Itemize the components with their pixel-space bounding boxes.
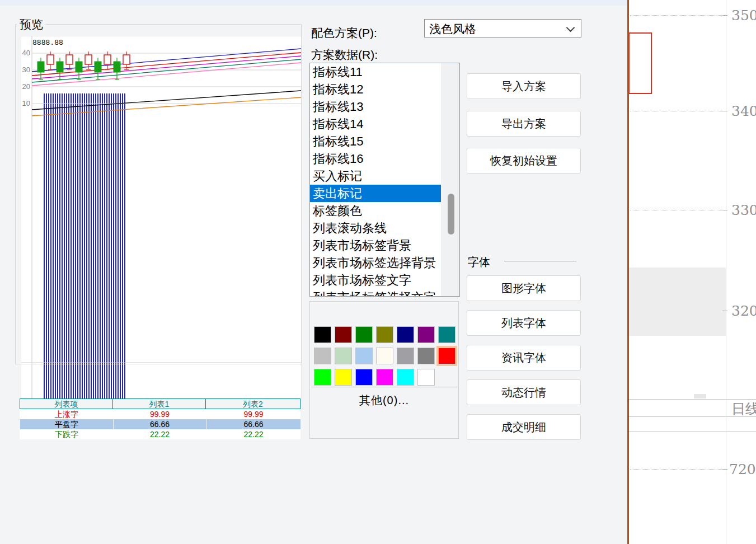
bg-highlight-band	[629, 268, 726, 336]
bg-gridline-7200	[630, 469, 723, 470]
color-swatch[interactable]	[335, 348, 352, 364]
preview-group-label: 预览	[17, 17, 46, 32]
scheme-list-item[interactable]: 列表市场标签文字	[310, 271, 444, 289]
scheme-list-item[interactable]: 标签颜色	[310, 202, 444, 219]
color-swatch[interactable]	[314, 326, 331, 343]
table-cell: 上涨字	[20, 409, 113, 419]
font-section-label: 字体	[468, 255, 490, 270]
bg-tick	[722, 311, 727, 311]
bg-tick	[722, 15, 727, 16]
scheme-list-items: 指标线11指标线12指标线13指标线14指标线15指标线16买入标记卖出标记标签…	[310, 63, 459, 297]
table-header-cell: 列表2	[206, 398, 300, 409]
color-swatch[interactable]	[355, 326, 373, 343]
color-swatch[interactable]	[376, 326, 393, 343]
color-swatch[interactable]	[355, 369, 373, 386]
scheme-list-item[interactable]: 指标线16	[310, 150, 444, 167]
color-swatch[interactable]	[397, 348, 414, 364]
table-cell: 66.66	[113, 419, 206, 429]
bg-axis-vline	[726, 0, 726, 544]
preview-indicator-lines	[32, 49, 301, 86]
table-cell: 66.66	[206, 419, 300, 429]
scheme-list-item[interactable]: 买入标记	[310, 167, 444, 185]
color-swatch[interactable]	[376, 348, 393, 364]
bg-chart-candle-outline	[628, 32, 652, 94]
color-swatch[interactable]	[335, 326, 352, 343]
color-swatch[interactable]	[417, 348, 435, 364]
bg-tick	[722, 210, 727, 210]
bg-hline	[629, 431, 756, 432]
scheme-label: 配色方案(P):	[311, 25, 377, 41]
scheme-dropdown[interactable]: 浅色风格	[424, 19, 581, 37]
preview-table: 列表项列表1列表2上涨字99.9999.99平盘字66.6666.66下跌字22…	[20, 398, 300, 439]
scheme-list-item[interactable]: 指标线12	[310, 81, 444, 98]
chart-window-border	[627, 0, 629, 544]
table-cell: 平盘字	[20, 419, 113, 429]
bg-scrollbar-chip	[694, 394, 706, 398]
font-section-divider	[504, 261, 576, 261]
bg-period-label[interactable]: 日线	[731, 400, 756, 418]
table-header-cell: 列表项	[20, 398, 113, 409]
table-row[interactable]: 平盘字66.6666.66	[20, 419, 300, 429]
color-swatch[interactable]	[335, 369, 352, 386]
color-settings-dialog: 8888.88 40 30 20 10 预览 列表项列表1列表2上涨字99.99…	[0, 0, 627, 544]
color-swatch[interactable]	[438, 348, 456, 364]
other-color-button[interactable]: 其他(0)...	[310, 393, 458, 408]
color-swatch[interactable]	[397, 369, 414, 386]
table-cell: 99.99	[206, 409, 300, 419]
bg-gridline-340	[630, 111, 723, 111]
scheme-list-item[interactable]: 列表滚动条线	[310, 219, 444, 237]
chevron-down-icon	[566, 24, 575, 32]
preview-price-label: 8888.88	[32, 38, 63, 46]
table-cell: 下跌字	[20, 429, 113, 439]
table-cell: 99.99	[113, 409, 206, 419]
reset-defaults-button[interactable]: 恢复初始设置	[467, 148, 581, 173]
scheme-list-item[interactable]: 指标线11	[310, 63, 444, 81]
scheme-data-label: 方案数据(R):	[311, 47, 378, 63]
quotes-font-button[interactable]: 动态行情	[467, 379, 581, 405]
bg-axis-label-340: 340	[731, 103, 756, 119]
scheme-dropdown-value: 浅色风格	[429, 21, 476, 37]
color-swatch[interactable]	[417, 326, 435, 343]
color-swatch[interactable]	[417, 369, 435, 386]
scheme-list-item[interactable]: 指标线14	[310, 115, 444, 133]
scheme-list[interactable]: 指标线11指标线12指标线13指标线14指标线15指标线16买入标记卖出标记标签…	[309, 63, 460, 297]
preview-ytick: 30	[21, 65, 30, 74]
bg-gridline-330	[630, 210, 723, 210]
bg-axis-label-330: 330	[731, 202, 756, 218]
scheme-list-item[interactable]: 列表市场标签选择文字	[310, 289, 444, 297]
chart-font-button[interactable]: 图形字体	[467, 275, 581, 301]
export-scheme-button[interactable]: 导出方案	[467, 111, 581, 137]
table-cell: 22.22	[113, 429, 206, 439]
bg-axis-label-350: 350	[731, 7, 756, 24]
preview-ytick: 40	[21, 49, 30, 57]
table-row[interactable]: 下跌字22.2222.22	[20, 429, 300, 439]
palette-divider	[311, 387, 457, 387]
table-row[interactable]: 上涨字99.9999.99	[20, 409, 300, 419]
import-scheme-button[interactable]: 导入方案	[467, 73, 581, 99]
scheme-list-scrollbar[interactable]	[441, 63, 459, 296]
bg-tick	[722, 469, 727, 470]
color-swatch[interactable]	[376, 369, 393, 386]
bg-volume-label: 7200	[729, 461, 756, 477]
bg-gridline-350	[630, 15, 723, 16]
scheme-list-item[interactable]: 列表市场标签背景	[310, 237, 444, 254]
bg-axis-label-320: 320	[731, 303, 756, 319]
news-font-button[interactable]: 资讯字体	[467, 345, 581, 371]
table-header-cell: 列表1	[113, 398, 206, 409]
scheme-list-item[interactable]: 卖出标记	[310, 185, 444, 202]
scheme-list-item[interactable]: 指标线15	[310, 133, 444, 150]
preview-chart-svg	[21, 36, 301, 399]
color-swatch[interactable]	[355, 348, 373, 364]
color-swatch[interactable]	[438, 326, 456, 343]
color-swatch[interactable]	[314, 348, 331, 364]
details-font-button[interactable]: 成交明细	[467, 414, 581, 440]
list-font-button[interactable]: 列表字体	[467, 310, 581, 336]
scheme-list-item[interactable]: 列表市场标签选择背景	[310, 254, 444, 271]
color-swatch[interactable]	[397, 326, 414, 343]
scrollbar-thumb[interactable]	[448, 194, 454, 235]
bg-tick	[722, 111, 727, 111]
preview-ytick: 10	[21, 99, 30, 107]
preview-chart-panel: 8888.88 40 30 20 10	[21, 36, 302, 400]
scheme-list-item[interactable]: 指标线13	[310, 98, 444, 115]
color-swatch[interactable]	[314, 369, 331, 386]
